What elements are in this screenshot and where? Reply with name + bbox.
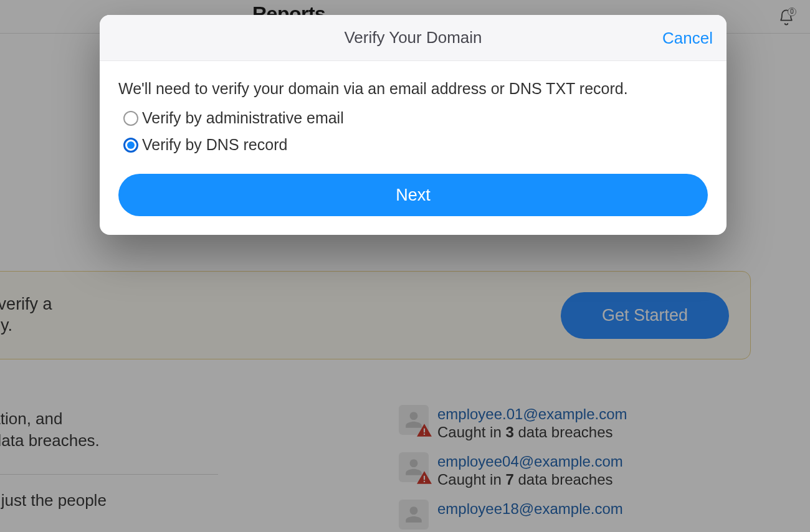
radio-dns-label[interactable]: Verify by DNS record (142, 136, 287, 154)
verify-domain-modal: Verify Your Domain Cancel We'll need to … (100, 15, 727, 235)
next-button[interactable]: Next (118, 174, 708, 216)
modal-header: Verify Your Domain Cancel (100, 15, 727, 61)
radio-email-label[interactable]: Verify by administrative email (142, 109, 344, 127)
modal-description: We'll need to verify your domain via an … (118, 80, 708, 98)
modal-body: We'll need to verify your domain via an … (100, 61, 727, 235)
radio-dns[interactable] (123, 138, 138, 153)
cancel-button[interactable]: Cancel (662, 28, 713, 47)
modal-title: Verify Your Domain (344, 28, 482, 47)
radio-row-email[interactable]: Verify by administrative email (123, 109, 708, 127)
radio-row-dns[interactable]: Verify by DNS record (123, 136, 708, 154)
radio-email[interactable] (123, 111, 138, 126)
